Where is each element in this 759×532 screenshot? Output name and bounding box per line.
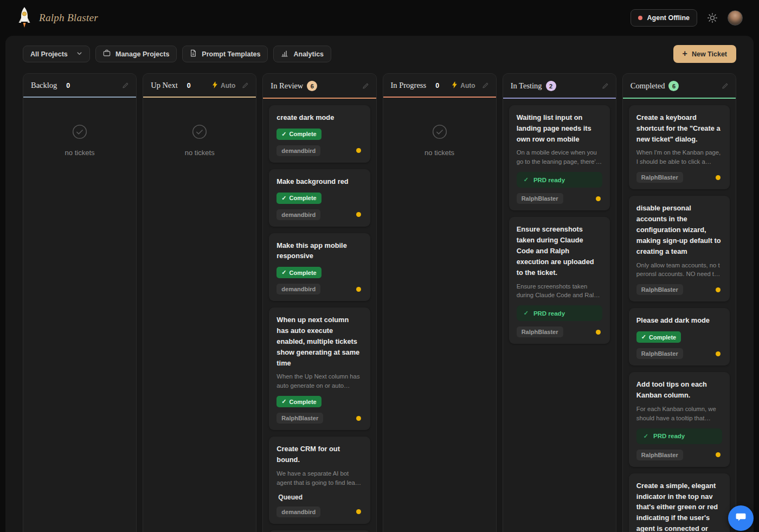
ticket-card[interactable]: Create a keyboard shortcut for the "Crea… [629, 105, 730, 189]
kanban-board: Backlog0no ticketsUp Next0Autono tickets… [5, 71, 754, 532]
analytics-label: Analytics [293, 50, 324, 58]
ticket-title: When up next column has auto execute ena… [276, 315, 362, 368]
status-badge-complete: ✓Complete [276, 267, 321, 278]
ticket-card[interactable]: Please add dark mode✓CompleteRalphBlaste… [629, 308, 730, 366]
agent-status-badge[interactable]: Agent Offline [631, 9, 697, 27]
ticket-description: On a mobile device when you go to the le… [517, 148, 602, 166]
rocket-logo-icon [17, 7, 31, 29]
ticket-footer: demandbird [276, 145, 362, 156]
column-count-badge: 6 [668, 81, 679, 91]
column-count: 0 [66, 82, 70, 89]
bar-chart-icon [281, 50, 288, 59]
column-body-in-progress: no tickets [383, 98, 496, 532]
ticket-card[interactable]: create dark mode✓Completedemandbird [269, 105, 370, 163]
ticket-status-dot-icon [356, 509, 361, 514]
column-header-in-testing: In Testing2 [503, 74, 616, 98]
circle-check-icon [432, 124, 448, 142]
column-header-actions [122, 82, 129, 89]
ticket-status-dot-icon [716, 287, 721, 292]
ticket-card[interactable]: Waiting list input on landing page needs… [509, 105, 610, 210]
column-header-actions [362, 82, 369, 89]
ticket-card[interactable]: Create a simple, elegant indicator in th… [629, 473, 730, 532]
ticket-card[interactable]: When up next column has auto execute ena… [269, 307, 370, 430]
edit-column-icon[interactable] [242, 82, 249, 89]
column-body-backlog: no tickets [23, 98, 136, 532]
column-in-review: In Review6create dark mode✓Completedeman… [262, 73, 376, 532]
ticket-status-dot-icon [356, 416, 361, 421]
ticket-status-dot-icon [716, 175, 721, 180]
ticket-card[interactable]: Create CRM for out bound.We have a separ… [269, 437, 370, 524]
new-ticket-button[interactable]: + New Ticket [673, 45, 736, 63]
column-body-completed: Create a keyboard shortcut for the "Crea… [623, 99, 736, 532]
ticket-status-dot-icon [716, 452, 721, 457]
agent-status-label: Agent Offline [647, 14, 690, 22]
ticket-title: disable personal accounts in the configu… [636, 203, 722, 257]
column-body-up-next: no tickets [143, 98, 256, 532]
project-tag: RalphBlaster [636, 348, 683, 359]
chat-widget-button[interactable] [728, 505, 754, 531]
empty-state-label: no tickets [424, 149, 454, 157]
column-backlog: Backlog0no tickets [23, 73, 137, 532]
auto-execute-toggle[interactable]: Auto [452, 81, 475, 90]
ticket-card[interactable]: Make this app mobile responsive✓Complete… [269, 233, 370, 302]
new-ticket-label: New Ticket [692, 50, 727, 58]
ticket-status-dot-icon [356, 287, 361, 292]
ticket-status-dot-icon [716, 351, 721, 356]
toolbar: All Projects Manage Projects Prompt Temp… [5, 36, 754, 71]
ticket-footer: RalphBlaster [636, 348, 722, 359]
column-body-in-review: create dark mode✓CompletedemandbirdMake … [263, 99, 376, 532]
column-title: In Testing [511, 81, 542, 91]
column-count-badge: 6 [307, 81, 317, 91]
edit-column-icon[interactable] [722, 82, 729, 89]
project-tag: RalphBlaster [517, 326, 563, 337]
ticket-status-dot-icon [356, 212, 361, 217]
column-header-in-progress: In Progress0Auto [383, 74, 496, 97]
ticket-title: Ensure screenshots taken during Claude C… [517, 224, 602, 278]
edit-column-icon[interactable] [122, 82, 129, 89]
status-bar-prd-ready: ✓PRD ready [517, 172, 602, 188]
analytics-button[interactable]: Analytics [273, 46, 331, 62]
edit-column-icon[interactable] [602, 82, 609, 89]
project-filter-select[interactable]: All Projects [23, 46, 90, 62]
check-icon: ✓ [281, 131, 286, 138]
ticket-status-dot-icon [596, 196, 601, 201]
prompt-templates-button[interactable]: Prompt Templates [182, 46, 268, 62]
column-header-completed: Completed6 [623, 74, 736, 98]
ticket-card[interactable]: Make background red✓Completedemandbird [269, 169, 370, 227]
user-avatar[interactable] [728, 10, 743, 25]
ticket-title: create dark mode [276, 112, 362, 123]
status-badge-complete: ✓Complete [276, 193, 321, 204]
ticket-status-dot-icon [356, 148, 361, 153]
edit-column-icon[interactable] [482, 82, 489, 89]
auto-execute-toggle[interactable]: Auto [212, 81, 235, 90]
ticket-card[interactable]: disable personal accounts in the configu… [629, 196, 730, 302]
check-icon: ✓ [281, 269, 286, 276]
status-badge-complete: ✓Complete [636, 331, 681, 343]
ticket-card[interactable]: Ensure screenshots taken during Claude C… [509, 217, 610, 344]
check-icon: ✓ [644, 433, 648, 440]
column-header-actions [602, 82, 609, 89]
column-header-actions: Auto [212, 81, 249, 90]
ticket-title: Add tool tips on each Kanban column. [636, 379, 722, 401]
column-in-testing: In Testing2Waiting list input on landing… [503, 73, 616, 532]
manage-projects-button[interactable]: Manage Projects [95, 46, 177, 62]
lightning-icon [452, 81, 458, 90]
edit-column-icon[interactable] [362, 82, 369, 89]
manage-projects-label: Manage Projects [115, 50, 169, 58]
ticket-title: Make background red [276, 176, 362, 187]
ticket-card[interactable]: Add tool tips on each Kanban column.For … [629, 372, 730, 467]
ticket-title: Create CRM for out bound. [276, 444, 362, 465]
sun-icon[interactable] [707, 12, 718, 23]
column-header-actions: Auto [452, 81, 488, 90]
top-nav: Ralph Blaster Agent Offline [0, 0, 759, 36]
ticket-footer: demandbird [276, 284, 362, 294]
project-tag: demandbird [276, 284, 320, 294]
circle-check-icon [191, 124, 208, 142]
status-bar-prd-ready: ✓PRD ready [636, 428, 722, 444]
status-bar-prd-ready: ✓PRD ready [517, 305, 602, 321]
empty-state: no tickets [29, 124, 130, 157]
check-icon: ✓ [524, 310, 529, 317]
column-header-backlog: Backlog0 [23, 74, 136, 97]
project-filter-value: All Projects [30, 50, 68, 58]
empty-state-label: no tickets [65, 149, 95, 157]
